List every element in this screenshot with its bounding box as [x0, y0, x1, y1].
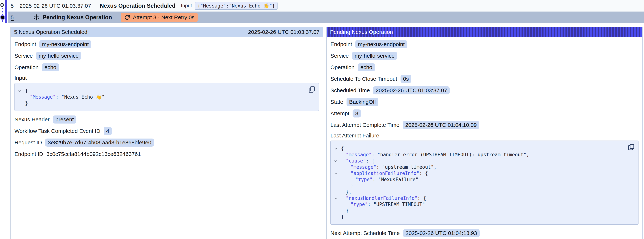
pending-operation-title: Pending Nexus Operation: [330, 29, 393, 35]
code-line: },: [331, 189, 625, 195]
field-label-request-id: Request ID: [14, 140, 42, 146]
field-row-last-attempt-complete-time: Last Attempt Complete Time2025-02-26 UTC…: [330, 121, 638, 129]
field-label-state: State: [330, 99, 343, 105]
field-row-next-attempt-schedule-time: Next Attempt Schedule Time2025-02-26 UTC…: [330, 229, 638, 237]
json-key: "type": [355, 177, 372, 182]
field-label-service: Service: [330, 53, 349, 59]
input-label: Input: [181, 3, 192, 8]
copy-icon[interactable]: [308, 86, 316, 94]
code-line: "message": "handler error (UPSTREAM_TIME…: [331, 152, 625, 158]
json-text: }: [350, 183, 354, 188]
event-marker-open-circle: [0, 3, 4, 7]
endpoint-value-badge: my-nexus-endpoint: [355, 40, 407, 48]
operation-value-badge: echo: [358, 63, 375, 71]
json-text: "handler error (UPSTREAM_TIMEOUT): upstr…: [377, 152, 526, 158]
code-line: {: [15, 88, 306, 94]
chevron-down-icon[interactable]: [18, 89, 22, 93]
code-line: }: [331, 208, 625, 214]
event-detail-body: Endpointmy-nexus-endpointServicemy-hello…: [11, 37, 323, 158]
json-key: "Message": [30, 94, 56, 100]
schedule-to-close-timeout-value-badge: 0s: [400, 75, 412, 83]
field-label-scheduled-time: Scheduled Time: [330, 87, 370, 94]
code-line: "applicationFailureInfo": {: [331, 170, 625, 176]
json-text: :: [372, 177, 378, 182]
field-row-workflow-task-completed-event-id: Workflow Task Completed Event ID4: [14, 127, 319, 135]
field-row-scheduled-time: Scheduled Time2025-02-26 UTC 01:03:37.07: [330, 86, 638, 94]
field-label-endpoint: Endpoint: [330, 41, 352, 48]
event-detail-panel: 5 Nexus Operation Scheduled 2025-02-26 U…: [10, 27, 323, 239]
nexus-header-value-badge: present: [53, 116, 76, 124]
attempt-value-badge: 3: [352, 110, 361, 118]
pending-row-selected[interactable]: 5 Pending Nexus Operation Attempt 3 · Ne…: [8, 12, 644, 23]
json-text: {: [25, 88, 28, 94]
field-label-endpoint: Endpoint: [14, 41, 36, 48]
copy-icon[interactable]: [627, 143, 635, 151]
field-row-service: Servicemy-hello-service: [14, 52, 319, 60]
json-key: "applicationFailureInfo": [350, 170, 420, 176]
pending-asterisk-icon: [33, 14, 40, 21]
field-label-service: Service: [14, 53, 33, 59]
field-label-last-attempt-complete-time: Last Attempt Complete Time: [330, 122, 400, 128]
event-detail-title: 5 Nexus Operation Scheduled: [14, 29, 87, 35]
workflow-task-completed-event-id-value-badge: 4: [104, 127, 112, 135]
pending-id-link[interactable]: 5: [10, 14, 14, 20]
event-timestamp: 2025-02-26 UTC 01:03:37.07: [20, 3, 91, 9]
field-row-endpoint: Endpointmy-nexus-endpoint: [14, 40, 319, 48]
state-value-badge: BackingOff: [346, 98, 378, 106]
code-line: }: [331, 214, 625, 220]
field-row-attempt: Attempt3: [330, 110, 638, 118]
pending-operation-body: Endpointmy-nexus-endpointServicemy-hello…: [327, 37, 642, 237]
scheduled-time-value-badge: 2025-02-26 UTC 01:03:37.07: [373, 86, 450, 94]
operation-value-badge: echo: [42, 63, 59, 71]
code-line: }: [331, 183, 625, 189]
json-text: },: [346, 189, 352, 195]
field-row-state: StateBackingOff: [330, 98, 638, 106]
field-row-endpoint: Endpointmy-nexus-endpoint: [330, 40, 638, 48]
code-block-last-attempt-failure: {"message": "handler error (UPSTREAM_TIM…: [330, 140, 638, 225]
code-line: "Message": "Nexus Echo 👋": [15, 94, 306, 100]
request-id-value-badge: 3e829b7e-7d67-4b08-aad3-b1e868bfe9e0: [45, 138, 154, 146]
code-block-input: {"Message": "Nexus Echo 👋"}: [14, 83, 319, 111]
event-id-link[interactable]: 5: [10, 3, 14, 9]
json-text: :: [56, 94, 61, 100]
json-text: "upstream timeout": [382, 164, 434, 170]
field-label-last-attempt-failure: Last Attempt Failure: [330, 132, 638, 139]
event-marker-current-dot: [0, 15, 5, 20]
json-key: "type": [350, 202, 368, 207]
json-key: "cause": [346, 158, 366, 164]
json-text: ,: [526, 152, 529, 158]
json-text: ,: [434, 164, 436, 170]
field-label-workflow-task-completed-event-id: Workflow Task Completed Event ID: [14, 128, 100, 134]
endpoint-id-link[interactable]: 3c0c75ccfa8144b092c13ce632463761: [46, 151, 141, 157]
chevron-down-icon[interactable]: [334, 172, 338, 176]
endpoint-value-badge: my-nexus-endpoint: [39, 40, 91, 48]
retry-icon: [124, 14, 130, 20]
code-line: }: [15, 100, 306, 106]
last-attempt-complete-time-value-badge: 2025-02-26 UTC 01:04:10.09: [403, 121, 479, 129]
pending-event-name: Pending Nexus Operation: [43, 14, 112, 21]
field-label-nexus-header: Nexus Header: [14, 116, 50, 122]
json-text: :: [368, 202, 374, 207]
json-key: "message": [350, 164, 376, 170]
chevron-down-icon[interactable]: [334, 159, 338, 163]
event-detail-timestamp: 2025-02-26 UTC 01:03:37.07: [248, 29, 320, 35]
field-row-nexus-header: Nexus Headerpresent: [14, 116, 319, 124]
chevron-down-icon[interactable]: [334, 146, 338, 150]
code-line: "nexusHandlerFailureInfo": {: [331, 195, 625, 201]
field-label-input: Input: [14, 75, 319, 81]
event-row-scheduled[interactable]: 5 2025-02-26 UTC 01:03:37.07 Nexus Opera…: [8, 0, 644, 12]
json-text: : {: [366, 158, 374, 164]
field-row-request-id: Request ID3e829b7e-7d67-4b08-aad3-b1e868…: [14, 138, 319, 146]
json-key: "nexusHandlerFailureInfo": [346, 196, 417, 201]
json-text: : {: [420, 170, 428, 176]
json-text: "NexusFailure": [378, 177, 418, 182]
chevron-down-icon[interactable]: [334, 196, 338, 200]
json-text: {: [341, 146, 344, 151]
json-text: "Nexus Echo 👋": [61, 94, 104, 100]
field-row-endpoint-id: Endpoint ID3c0c75ccfa8144b092c13ce632463…: [14, 150, 319, 158]
json-text: }: [25, 100, 28, 106]
retry-status-badge: Attempt 3 · Next Retry 0s: [121, 13, 198, 22]
event-detail-header: 5 Nexus Operation Scheduled 2025-02-26 U…: [11, 27, 323, 37]
code-line: "message": "upstream timeout",: [331, 164, 625, 170]
json-text: }: [341, 214, 344, 220]
